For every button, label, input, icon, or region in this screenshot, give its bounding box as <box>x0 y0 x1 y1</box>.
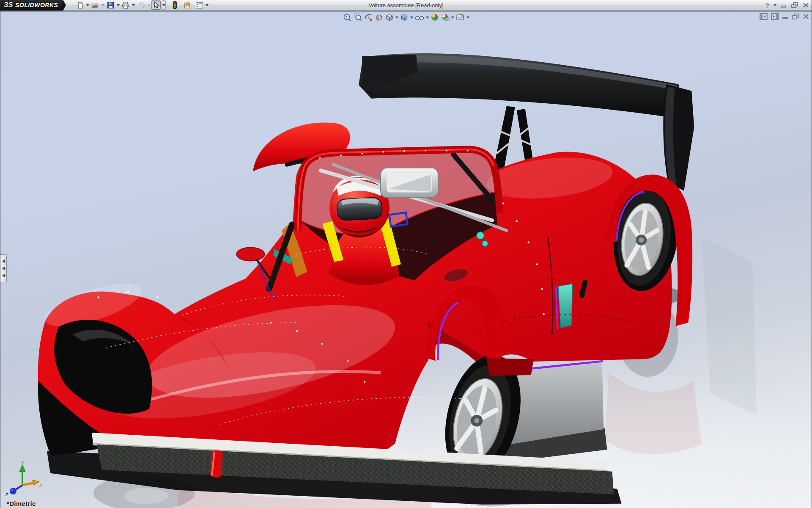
zoom-to-fit-icon <box>343 13 351 22</box>
pane-collapse-left-button[interactable] <box>760 13 768 20</box>
apply-scene-button[interactable] <box>440 13 450 22</box>
title-bar: ЗS SOLIDWORKS <box>0 0 812 11</box>
doc-minimize-button[interactable] <box>782 14 789 19</box>
hide-show-glasses-icon <box>415 13 424 22</box>
undo-dropdown-arrow[interactable] <box>146 0 151 10</box>
new-button[interactable] <box>75 0 85 10</box>
expand-arrow-icon <box>2 274 5 277</box>
zoom-to-area-icon <box>354 13 362 22</box>
previous-view-button[interactable] <box>363 13 373 22</box>
options-button[interactable] <box>195 0 204 10</box>
undo-arrow-icon <box>137 2 145 9</box>
view-settings-dropdown[interactable] <box>466 17 470 19</box>
graphics-area[interactable]: Y x z *Dimetric <box>0 11 812 508</box>
new-document-icon <box>77 2 84 9</box>
reference-triad: Y x z <box>4 461 43 496</box>
edit-appearance-button[interactable] <box>430 13 440 22</box>
hide-show-items-dropdown[interactable] <box>425 17 429 19</box>
help-dropdown-arrow[interactable] <box>774 4 776 6</box>
expand-arrow-icon <box>2 260 5 263</box>
triad-x-label: x <box>39 482 42 488</box>
display-style-icon <box>400 13 409 22</box>
triad-z-label: z <box>5 491 8 496</box>
pane-collapse-right-button[interactable] <box>771 13 779 20</box>
view-orientation-button[interactable] <box>384 13 395 22</box>
solidworks-logo: ЗS SOLIDWORKS <box>0 0 63 11</box>
save-dropdown-arrow[interactable] <box>116 0 120 10</box>
window-title: Voiture assomblee [Read-only] <box>368 0 443 10</box>
doc-restore-button[interactable] <box>792 14 799 20</box>
close-button[interactable] <box>803 3 809 8</box>
apply-scene-dropdown[interactable] <box>451 17 455 19</box>
previous-view-icon <box>364 13 373 22</box>
display-style-dropdown[interactable] <box>410 17 414 19</box>
select-cursor-icon <box>153 2 159 9</box>
zoom-to-area-button[interactable] <box>353 13 363 22</box>
headsup-view-toolbar <box>342 13 470 22</box>
section-view-button[interactable] <box>374 13 384 22</box>
printer-icon <box>122 2 129 9</box>
help-icon[interactable]: ? <box>765 2 769 9</box>
sill-shadow-patch <box>486 358 534 376</box>
car-model-3d-view[interactable] <box>0 11 812 508</box>
save-floppy-icon <box>107 2 114 9</box>
save-button[interactable] <box>106 0 115 10</box>
display-style-button[interactable] <box>399 13 409 22</box>
open-button[interactable] <box>91 0 100 10</box>
appearance-ball-icon <box>431 13 439 22</box>
window-controls: ? <box>765 0 809 10</box>
select-dropdown-arrow[interactable] <box>162 0 166 10</box>
menu-expand-arrow[interactable] <box>63 0 66 11</box>
solidworks-logo-text: SOLIDWORKS <box>15 2 58 8</box>
teal-side-window <box>558 284 573 328</box>
print-button[interactable] <box>121 0 130 10</box>
view-orientation-label: *Dimetric <box>7 500 36 507</box>
standard-toolbar <box>75 0 209 10</box>
dassault-3s-icon: ЗS <box>4 1 13 9</box>
options-list-icon <box>195 2 203 9</box>
section-view-icon <box>375 13 383 22</box>
rear-view-mirror <box>381 168 438 198</box>
options-dropdown-arrow[interactable] <box>205 0 209 10</box>
doc-close-button[interactable] <box>803 14 809 19</box>
view-settings-button[interactable] <box>455 13 466 22</box>
document-window-controls <box>760 13 809 20</box>
new-dropdown-arrow[interactable] <box>85 0 90 10</box>
print-dropdown-arrow[interactable] <box>131 0 135 10</box>
open-folder-icon <box>91 2 99 9</box>
zoom-to-fit-button[interactable] <box>342 13 352 22</box>
expand-arrow-icon <box>2 267 5 270</box>
file-properties-icon <box>184 2 192 9</box>
apply-scene-icon <box>441 13 450 22</box>
solidworks-window: ЗS SOLIDWORKS <box>0 0 812 508</box>
view-settings-icon <box>456 13 465 22</box>
featuremanager-collapsed-tab[interactable] <box>0 254 7 282</box>
restore-button[interactable] <box>791 2 798 8</box>
hide-show-items-button[interactable] <box>414 13 425 22</box>
select-button[interactable] <box>151 0 161 10</box>
rebuild-button[interactable] <box>170 0 179 10</box>
view-orientation-dropdown[interactable] <box>395 17 399 19</box>
rebuild-traffic-light-icon <box>173 1 177 9</box>
file-properties-button[interactable] <box>183 0 192 10</box>
undo-button[interactable] <box>136 0 145 10</box>
open-dropdown-arrow[interactable] <box>101 0 105 10</box>
minimize-button[interactable] <box>781 3 787 8</box>
view-orientation-cube-icon <box>385 13 394 22</box>
